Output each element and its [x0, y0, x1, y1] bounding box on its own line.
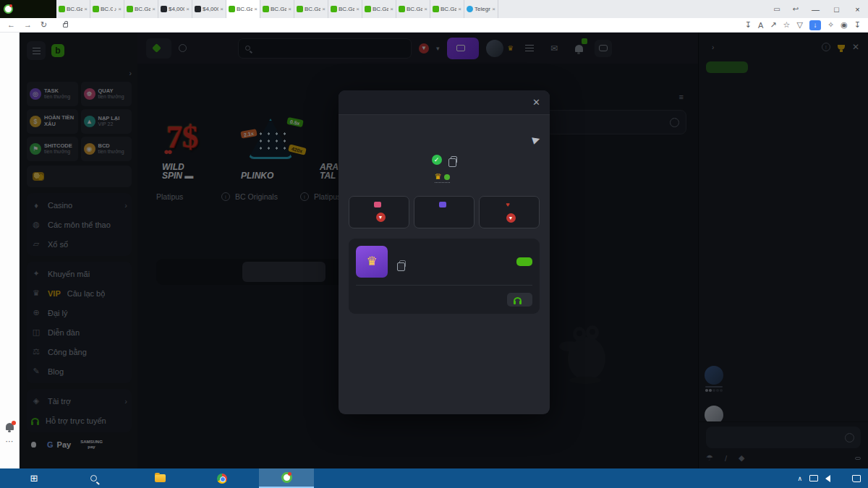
- tray-expand-icon[interactable]: ∧: [797, 475, 802, 482]
- coin-drop-icon[interactable]: ◆: [739, 453, 744, 463]
- more-menu-icon[interactable]: ⋯: [6, 437, 14, 446]
- vip-tile[interactable]: ☸ QUAYtiền thưởng: [81, 82, 132, 106]
- share-bet-icon[interactable]: ▶: [531, 133, 541, 145]
- browser-tab[interactable]: BC.Game ×: [260, 0, 294, 18]
- browser-tab[interactable]: BC.G ♪ ×: [90, 0, 124, 18]
- recent-tabs-icon[interactable]: ↩: [786, 5, 805, 13]
- vip-tile[interactable]: ◎ TASKtiền thưởng: [27, 82, 78, 106]
- bets-tab[interactable]: [159, 262, 242, 282]
- sidebar-menu-item[interactable]: ▱ Xổ số: [31, 234, 127, 254]
- bet-author[interactable]: ♛: [435, 172, 451, 183]
- lock-icon[interactable]: [63, 23, 68, 27]
- chat-rules-icon[interactable]: !: [822, 43, 830, 51]
- tab-close-icon[interactable]: ×: [356, 6, 359, 12]
- strip-icon[interactable]: [4, 220, 16, 232]
- browser-tab[interactable]: Telegram ×: [464, 0, 498, 18]
- game-thumbnail[interactable]: ♛: [356, 246, 388, 278]
- downloads-button[interactable]: ↓: [809, 20, 821, 30]
- currency-selector[interactable]: ▼ ▾: [419, 43, 440, 53]
- game-art[interactable]: 7$ ●● WILD SPIN ▬: [156, 108, 230, 187]
- sidebar-menu-item[interactable]: ⚖ Công bằng: [31, 342, 127, 361]
- user-profile[interactable]: ♛: [486, 40, 514, 57]
- tab-close-icon[interactable]: ×: [390, 6, 393, 12]
- tab-close-icon[interactable]: ×: [186, 6, 190, 12]
- shield-icon[interactable]: ▽: [796, 20, 802, 30]
- vip-tile[interactable]: ◉ BCDtiền thưởng: [81, 137, 132, 161]
- save-page-icon[interactable]: ↧: [745, 20, 752, 30]
- notifications-bell-icon[interactable]: [6, 423, 14, 430]
- sidebar-menu-item[interactable]: ⊕ Đại lý: [31, 303, 127, 322]
- sidebar-menu-item[interactable]: ♛ VIP Câu lạc bộ: [31, 283, 127, 303]
- info-icon[interactable]: i: [300, 192, 309, 201]
- strip-icon[interactable]: [4, 57, 16, 69]
- nav-casino-button[interactable]: [146, 38, 171, 59]
- sidebar-menu-item[interactable]: ✎ Blog: [31, 361, 127, 381]
- sidebar-menu-item[interactable]: ✦ Khuyến mãi: [31, 264, 127, 283]
- taskbar-search-icon[interactable]: [81, 468, 106, 488]
- game-card[interactable]: 7$ ●● WILD SPIN ▬ Platipus i: [156, 108, 230, 201]
- sidebar-menu-item[interactable]: ◈ Tài trợ ›: [31, 391, 127, 411]
- messages-icon[interactable]: ✉: [545, 40, 563, 57]
- new-tab-button[interactable]: [498, 0, 514, 18]
- strip-icon[interactable]: [4, 93, 16, 106]
- game-art[interactable]: 2.1x 0.5x 420x PLINKO: [235, 108, 309, 187]
- tab-close-icon[interactable]: ×: [152, 6, 156, 12]
- live-support-button[interactable]: [507, 293, 532, 307]
- strip-icon[interactable]: [4, 39, 16, 51]
- tab-close-icon[interactable]: ×: [288, 6, 292, 12]
- play-now-button[interactable]: [516, 257, 532, 266]
- sidebar-menu-item[interactable]: ♦ Casino ›: [31, 195, 127, 215]
- window-close-button[interactable]: ×: [847, 0, 868, 18]
- file-explorer-icon[interactable]: [148, 468, 172, 488]
- gif-button[interactable]: [855, 457, 861, 460]
- translate-icon[interactable]: A: [758, 21, 763, 30]
- chat-input-box[interactable]: [706, 427, 861, 448]
- chat-input[interactable]: [712, 433, 845, 442]
- sidebar-menu-item[interactable]: ◍ Các môn thể thao: [31, 215, 127, 234]
- side-user-v14[interactable]: [705, 366, 723, 392]
- browser-tab[interactable]: BC.Game ×: [430, 0, 464, 18]
- comment-input-box[interactable]: [545, 110, 686, 134]
- nav-sports-button[interactable]: [179, 44, 231, 52]
- window-minimize-button[interactable]: —: [805, 0, 826, 18]
- comment-input[interactable]: [552, 118, 670, 127]
- download-tray-icon[interactable]: ↧: [854, 20, 861, 30]
- profile-icon[interactable]: ◉: [841, 20, 848, 30]
- strip-icon[interactable]: [4, 274, 16, 286]
- wallet-button[interactable]: [447, 38, 479, 59]
- chat-close-icon[interactable]: ✕: [852, 42, 859, 52]
- slash-commands-icon[interactable]: /: [725, 454, 727, 463]
- referral-banner[interactable]: [27, 166, 132, 187]
- strip-icon[interactable]: [4, 75, 16, 87]
- forward-button[interactable]: →: [24, 20, 32, 30]
- tab-close-icon[interactable]: ×: [118, 6, 122, 12]
- volume-icon[interactable]: [825, 475, 830, 482]
- tab-close-icon[interactable]: ×: [84, 6, 88, 12]
- vip-tile[interactable]: $ HOÀN TIỀN XẤU: [27, 109, 78, 134]
- action-center-icon[interactable]: [852, 475, 861, 482]
- back-button[interactable]: ←: [7, 20, 15, 30]
- info-icon[interactable]: i: [221, 192, 230, 201]
- strip-icon[interactable]: [4, 202, 16, 214]
- browser-tab[interactable]: BC.Game ×: [56, 0, 90, 18]
- notifications-icon[interactable]: [570, 40, 587, 57]
- copy-icon[interactable]: [399, 260, 406, 267]
- copy-icon[interactable]: [451, 156, 457, 163]
- trophy-icon[interactable]: [838, 45, 845, 50]
- tab-close-icon[interactable]: ×: [458, 6, 461, 12]
- game-card[interactable]: 2.1x 0.5x 420x PLINKO BC Originals i: [235, 108, 309, 201]
- strip-icon[interactable]: [4, 292, 16, 304]
- tab-close-icon[interactable]: ×: [220, 6, 224, 12]
- game-search[interactable]: [238, 38, 412, 59]
- emoji-icon[interactable]: [845, 433, 854, 442]
- tab-close-icon[interactable]: ×: [322, 6, 326, 12]
- browser-tab[interactable]: BC.Game ×: [362, 0, 396, 18]
- chevron-right-icon[interactable]: ›: [712, 43, 714, 51]
- coccoc-taskbar-icon[interactable]: [259, 468, 314, 488]
- vip-tile[interactable]: ▲ NẠP LẠIVIP 22: [81, 109, 132, 134]
- sidebar-menu-item[interactable]: Hỗ trợ trực tuyến: [31, 411, 127, 430]
- side-user-v8[interactable]: [705, 406, 723, 421]
- strip-icon[interactable]: [4, 129, 16, 142]
- tab-close-icon[interactable]: ×: [424, 6, 427, 12]
- reload-button[interactable]: ↻: [41, 20, 47, 30]
